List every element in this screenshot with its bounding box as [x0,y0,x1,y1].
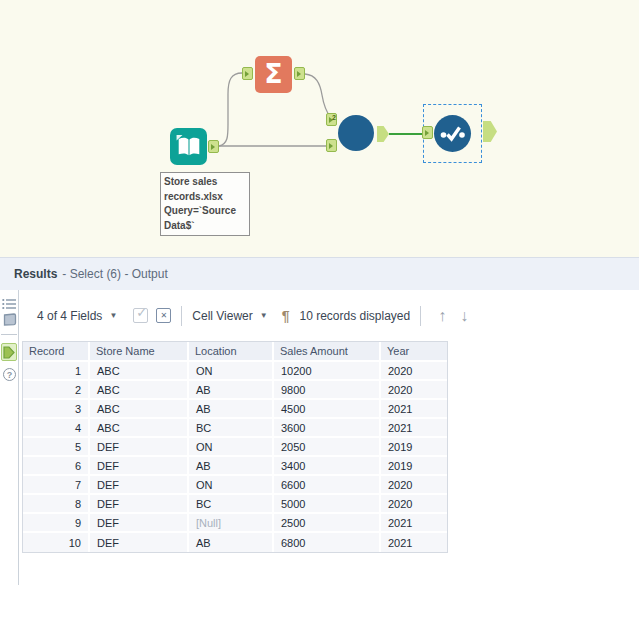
data-cell[interactable]: 10200 [274,362,381,381]
data-cell[interactable]: AB [189,533,274,552]
deselect-all-icon[interactable]: ✕ [156,308,171,323]
data-cell[interactable]: 2021 [381,400,447,419]
data-cell[interactable]: DEF [90,457,189,476]
record-number-cell[interactable]: 4 [23,419,90,438]
data-window-icon[interactable] [2,312,17,330]
data-cell[interactable]: 2021 [381,514,447,533]
data-cell[interactable]: ON [189,476,274,495]
data-cell[interactable]: 2019 [381,457,447,476]
data-cell[interactable]: BC [189,495,274,514]
data-cell[interactable]: AB [189,457,274,476]
data-cell[interactable]: ABC [90,419,189,438]
data-cell[interactable]: DEF [90,495,189,514]
data-cell[interactable]: 4500 [274,400,381,419]
data-cell[interactable]: ON [189,438,274,457]
data-cell[interactable]: 6800 [274,533,381,552]
record-number-cell[interactable]: 2 [23,381,90,400]
workflow-canvas[interactable]: Σ 2 Store sales records.xlsx Query=`Sour… [0,0,639,257]
record-number-cell[interactable]: 9 [23,514,90,533]
output-anchor-tab[interactable] [1,343,17,361]
data-cell[interactable]: DEF [90,514,189,533]
scroll-up-arrow[interactable]: ↑ [431,307,453,325]
select-tool[interactable] [434,115,471,152]
data-cell[interactable]: 2020 [381,495,447,514]
summarize-input-anchor[interactable] [242,67,253,80]
data-cell[interactable]: 9800 [274,381,381,400]
table-row: 5DEFON20502019 [23,438,447,457]
whitespace-toggle-icon[interactable]: ¶ [282,308,290,324]
table-row: 3ABCAB45002021 [23,400,447,419]
record-number-cell[interactable]: 7 [23,476,90,495]
record-number-cell[interactable]: 6 [23,457,90,476]
union-input-anchor-bottom[interactable] [326,139,337,152]
results-toolbar: 4 of 4 Fields ▼ ✕ Cell Viewer ▼ ¶ 10 rec… [20,290,639,341]
results-header: Results - Select (6) - Output [0,257,639,290]
data-cell[interactable]: AB [189,400,274,419]
data-cell[interactable]: ABC [90,362,189,381]
input-output-anchor[interactable] [208,140,219,153]
data-cell[interactable]: ABC [90,381,189,400]
data-cell[interactable]: [Null] [189,514,274,533]
data-cell[interactable]: AB [189,381,274,400]
table-row: 6DEFAB34002019 [23,457,447,476]
table-row: 4ABCBC36002021 [23,419,447,438]
results-pane: Results - Select (6) - Output [0,257,639,643]
column-header-store-name[interactable]: Store Name [90,342,189,362]
data-cell[interactable]: 2050 [274,438,381,457]
input-data-tool[interactable] [170,128,207,165]
table-row: 10DEFAB68002021 [23,533,447,552]
data-cell[interactable]: 2019 [381,438,447,457]
record-number-cell[interactable]: 3 [23,400,90,419]
sigma-icon: Σ [264,60,282,87]
data-cell[interactable]: 2500 [274,514,381,533]
cell-viewer-dropdown[interactable]: Cell Viewer [192,309,252,323]
table-row: 9DEF[Null]25002021 [23,514,447,533]
wire-input-to-summarize[interactable] [219,73,242,146]
select-input-anchor[interactable] [422,126,433,139]
column-header-location[interactable]: Location [189,342,274,362]
toolbar-separator [420,306,421,326]
data-cell[interactable]: BC [189,419,274,438]
fields-dropdown[interactable]: 4 of 4 Fields [37,309,102,323]
union-tool[interactable] [338,115,374,151]
data-cell[interactable]: ON [189,362,274,381]
toolbar-separator [181,306,182,326]
data-cell[interactable]: 5000 [274,495,381,514]
record-number-cell[interactable]: 8 [23,495,90,514]
records-displayed-label: 10 records displayed [299,309,410,323]
scroll-down-arrow[interactable]: ↓ [453,307,475,325]
data-cell[interactable]: 2021 [381,419,447,438]
help-icon[interactable]: ? [3,368,16,381]
record-number-cell[interactable]: 1 [23,362,90,381]
summarize-tool[interactable]: Σ [255,56,292,93]
table-body: 1ABCON1020020202ABCAB980020203ABCAB45002… [23,362,447,552]
data-cell[interactable]: 3600 [274,419,381,438]
column-header-record[interactable]: Record [23,342,90,362]
data-cell[interactable]: DEF [90,438,189,457]
select-all-checkbox-icon[interactable] [133,308,148,323]
wire-summarize-to-union[interactable] [305,74,331,118]
tool-annotation[interactable]: Store sales records.xlsx Query=`Source D… [160,172,250,236]
data-cell[interactable]: 6600 [274,476,381,495]
data-cell[interactable]: 2020 [381,381,447,400]
table-header-row: Record Store Name Location Sales Amount … [23,342,447,362]
anchor-d-icon [3,346,15,359]
chevron-down-icon[interactable]: ▼ [109,311,117,320]
record-number-cell[interactable]: 10 [23,533,90,552]
data-cell[interactable]: 2021 [381,533,447,552]
summarize-output-anchor[interactable] [294,67,305,80]
record-number-cell[interactable]: 5 [23,438,90,457]
table-row: 1ABCON102002020 [23,362,447,381]
data-cell[interactable]: DEF [90,533,189,552]
column-header-year[interactable]: Year [381,342,447,362]
data-cell[interactable]: ABC [90,400,189,419]
data-cell[interactable]: 2020 [381,476,447,495]
data-cell[interactable]: 2020 [381,362,447,381]
chevron-down-icon[interactable]: ▼ [260,311,268,320]
column-header-sales-amount[interactable]: Sales Amount [274,342,381,362]
results-title: Results [14,267,57,281]
data-cell[interactable]: 3400 [274,457,381,476]
connection-number-label: 2 [332,114,336,121]
data-cell[interactable]: DEF [90,476,189,495]
table-row: 8DEFBC50002020 [23,495,447,514]
